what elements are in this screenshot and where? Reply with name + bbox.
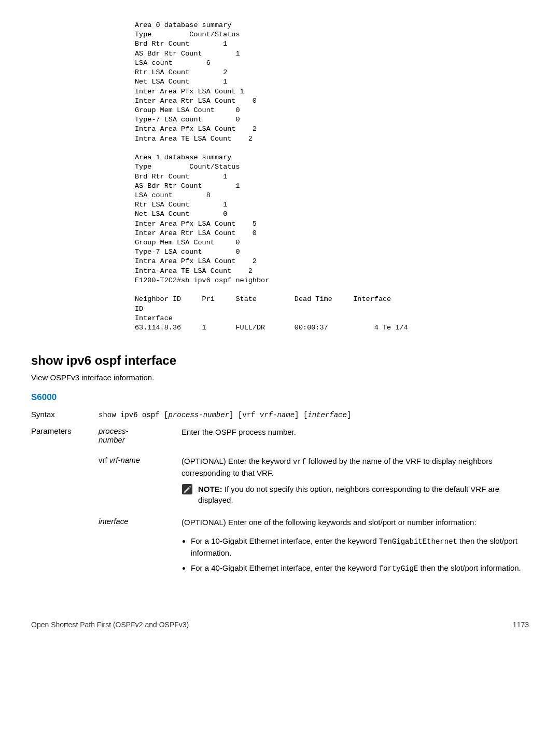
bullet-text: For a 10-Gigabit Ethernet interface, ent…	[191, 536, 379, 545]
syntax-arg: process-number	[168, 411, 229, 419]
bullet-code: TenGigabitEthernet	[379, 538, 457, 546]
note-label: NOTE:	[198, 485, 225, 493]
syntax-text: ]	[347, 411, 351, 419]
section-title: show ipv6 ospf interface	[31, 353, 529, 368]
param-interface-name: interface	[99, 517, 181, 578]
bullet-text: For a 40-Gigabit Ethernet interface, ent…	[191, 563, 379, 572]
footer-right: 1173	[513, 621, 529, 629]
param-vrf-desc: (OPTIONAL) Enter the keyword vrf followe…	[181, 456, 529, 505]
section-description: View OSPFv3 interface information.	[31, 373, 529, 382]
list-item: For a 40-Gigabit Ethernet interface, ent…	[191, 562, 529, 574]
syntax-label: Syntax	[31, 410, 99, 419]
param-vrf-keyword: vrf	[293, 458, 306, 466]
param-interface-desc-text: (OPTIONAL) Enter one of the following ke…	[181, 518, 477, 527]
param-vrf-name: vrf vrf-name	[99, 456, 181, 505]
pencil-icon	[181, 484, 193, 495]
parameters-label: Parameters	[31, 426, 99, 435]
bullet-text: then the slot/port information.	[418, 563, 521, 572]
code-output: Area 0 database summary Type Count/Statu…	[135, 21, 529, 333]
syntax-text: ] [vrf	[229, 411, 260, 419]
note-body: If you do not specify this option, neigh…	[198, 485, 499, 504]
syntax-arg: interface	[307, 411, 347, 419]
param-vrf-ital: vrf-name	[109, 456, 140, 464]
note-box: NOTE: If you do not specify this option,…	[181, 484, 529, 505]
param-process-number-desc: Enter the OSPF process number.	[181, 426, 529, 444]
page-footer: Open Shortest Path First (OSPFv2 and OSP…	[31, 621, 529, 629]
param-interface-desc: (OPTIONAL) Enter one of the following ke…	[181, 517, 529, 578]
syntax-text: ] [	[295, 411, 307, 419]
note-text: NOTE: If you do not specify this option,…	[198, 484, 529, 505]
syntax-command: show ipv6 ospf [process-number] [vrf vrf…	[99, 411, 351, 419]
footer-left: Open Shortest Path First (OSPFv2 and OSP…	[31, 621, 189, 629]
param-vrf-desc-pre: (OPTIONAL) Enter the keyword	[181, 457, 293, 465]
param-process-number-name: process- number	[99, 426, 181, 444]
interface-bullets: For a 10-Gigabit Ethernet interface, ent…	[181, 535, 529, 574]
platform-heading: S6000	[31, 392, 529, 403]
syntax-text: show ipv6 ospf [	[99, 411, 168, 419]
list-item: For a 10-Gigabit Ethernet interface, ent…	[191, 535, 529, 558]
bullet-code: fortyGigE	[379, 564, 418, 573]
syntax-arg: vrf-name	[260, 411, 295, 419]
param-vrf-prefix: vrf	[99, 456, 109, 464]
